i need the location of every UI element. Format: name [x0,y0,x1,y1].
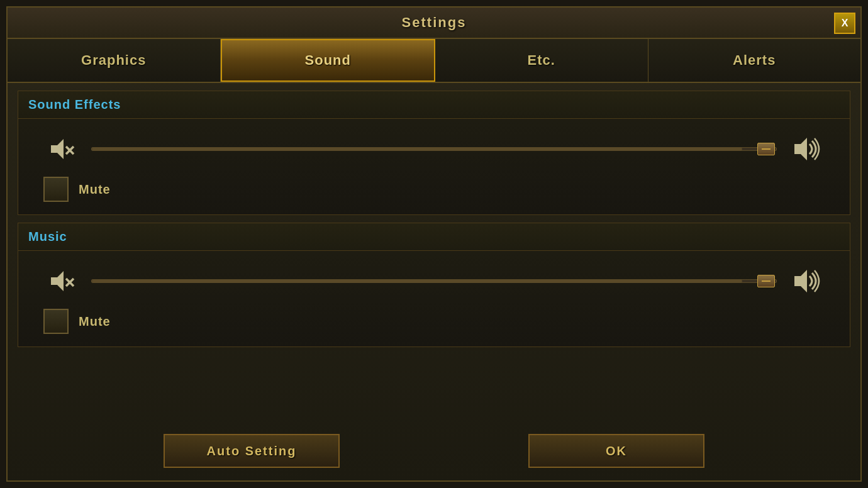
auto-setting-button[interactable]: Auto Setting [164,434,340,468]
title-bar: Settings X [8,8,860,39]
settings-window: Settings X Graphics Sound Etc. Alerts So… [6,6,862,482]
music-header: Music [18,223,850,251]
sound-effects-slider[interactable] [91,147,777,151]
window-title: Settings [402,14,467,31]
sound-effects-mute-row: Mute [43,177,825,202]
sound-effects-mute-icon [43,131,79,167]
sound-effects-mute-label: Mute [79,182,111,197]
sound-effects-slider-row [43,131,825,167]
music-body: Mute [18,251,850,347]
ok-button[interactable]: OK [528,434,704,468]
music-mute-icon [43,263,79,299]
tab-graphics[interactable]: Graphics [8,39,221,82]
music-mute-label: Mute [79,314,111,329]
tab-alerts[interactable]: Alerts [648,39,861,82]
svg-marker-7 [794,270,807,292]
tab-etc[interactable]: Etc. [435,39,648,82]
sound-effects-mute-checkbox[interactable] [43,177,69,202]
sound-effects-section: Sound Effects [18,91,850,215]
music-slider[interactable] [91,279,777,283]
tab-sound[interactable]: Sound [221,39,436,82]
sound-effects-slider-thumb[interactable] [757,143,775,155]
tabs-bar: Graphics Sound Etc. Alerts [8,39,860,83]
sound-effects-header: Sound Effects [18,91,850,119]
close-button[interactable]: X [834,13,855,34]
sound-effects-loud-icon [789,131,825,167]
music-mute-row: Mute [43,309,825,334]
music-loud-icon [789,263,825,299]
svg-marker-0 [51,139,64,159]
music-section: Music [18,223,850,347]
svg-marker-4 [51,271,64,291]
sound-effects-title: Sound Effects [28,97,121,111]
content-area: Sound Effects [8,83,860,480]
bottom-bar: Auto Setting OK [8,421,860,480]
music-title: Music [28,230,67,243]
music-slider-thumb[interactable] [757,275,775,287]
sound-effects-body: Mute [18,119,850,214]
svg-marker-3 [794,138,807,160]
music-slider-row [43,263,825,299]
music-mute-checkbox[interactable] [43,309,69,334]
